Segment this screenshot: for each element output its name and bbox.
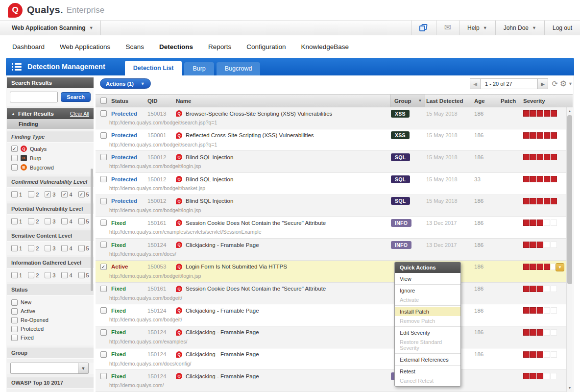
checkbox-level-3[interactable]: [45, 218, 51, 224]
col-severity[interactable]: Severity: [522, 98, 566, 104]
row-name[interactable]: Clickjacking - Framable Page: [186, 373, 259, 379]
col-patch[interactable]: Patch: [500, 98, 522, 104]
app-selector[interactable]: Web Application Scanning ▼: [0, 21, 101, 35]
select-all-checkbox[interactable]: [100, 98, 107, 104]
prev-page-button[interactable]: ◀: [470, 78, 481, 89]
apps-switcher-button[interactable]: [411, 21, 436, 35]
actions-button[interactable]: Actions (1) ▼: [100, 78, 151, 89]
table-row[interactable]: Protected150012QBlind SQL InjectionSQL15…: [96, 173, 566, 195]
col-last-detected[interactable]: Last Detected: [425, 98, 473, 104]
table-row[interactable]: Protected150012QBlind SQL InjectionSQL15…: [96, 195, 566, 217]
menu-item-install-patch[interactable]: Install Patch: [395, 307, 460, 316]
row-checkbox[interactable]: [100, 351, 107, 358]
row-checkbox[interactable]: [100, 110, 107, 117]
checkbox-burp[interactable]: [11, 155, 18, 161]
checkbox-level-1[interactable]: [11, 245, 18, 251]
checkbox-level-5[interactable]: [78, 191, 85, 197]
menu-item-view[interactable]: View: [395, 274, 460, 283]
checkbox-fixed[interactable]: [11, 335, 18, 341]
row-name[interactable]: Reflected Cross-Site Scripting (XSS) Vul…: [186, 132, 314, 138]
col-name[interactable]: Name: [175, 98, 390, 104]
table-scrollbar[interactable]: ▲ ▼: [566, 107, 573, 392]
col-qid[interactable]: QID: [146, 98, 175, 104]
table-row[interactable]: Protected150012QBlind SQL InjectionSQL15…: [96, 151, 566, 173]
checkbox-level-2[interactable]: [28, 191, 34, 197]
row-name[interactable]: Blind SQL Injection: [186, 154, 233, 160]
row-name[interactable]: Session Cookie Does Not Contain the "Sec…: [186, 286, 326, 292]
scroll-up-icon[interactable]: ▲: [567, 107, 573, 114]
group-select[interactable]: ▼: [10, 363, 89, 374]
col-status[interactable]: Status: [110, 98, 146, 104]
help-menu[interactable]: Help ▼: [459, 21, 495, 35]
checkbox-level-1[interactable]: [11, 191, 18, 197]
messages-button[interactable]: ✉: [436, 21, 459, 35]
table-row[interactable]: Fixed150124QClickjacking - Framable Page…: [96, 239, 566, 261]
checkbox-level-3[interactable]: [45, 245, 51, 251]
checkbox-qualys[interactable]: [11, 146, 18, 152]
checkbox-level-1[interactable]: [11, 218, 18, 224]
checkbox-new[interactable]: [11, 299, 18, 306]
nav-item-dashboard[interactable]: Dashboard: [12, 43, 45, 50]
checkbox-re-opened[interactable]: [11, 317, 18, 323]
row-checkbox[interactable]: [100, 307, 107, 314]
row-checkbox[interactable]: [100, 154, 107, 160]
row-name[interactable]: Clickjacking - Framable Page: [186, 329, 259, 335]
menu-item-retest[interactable]: Retest: [395, 367, 460, 376]
table-row[interactable]: Fixed150161QSession Cookie Does Not Cont…: [96, 283, 566, 305]
row-name[interactable]: Clickjacking - Framable Page: [186, 242, 259, 248]
nav-item-detections[interactable]: Detections: [159, 43, 193, 50]
row-name[interactable]: Browser-Specific Cross-Site Scripting (X…: [186, 111, 332, 117]
row-checkbox[interactable]: [100, 264, 107, 270]
row-checkbox[interactable]: [100, 329, 107, 336]
scrollbar-thumb[interactable]: [567, 115, 572, 284]
refresh-icon[interactable]: ⟳: [552, 79, 558, 89]
row-checkbox[interactable]: [100, 176, 107, 182]
nav-item-reports[interactable]: Reports: [208, 43, 231, 50]
gear-icon[interactable]: ⚙: [560, 79, 567, 89]
nav-item-configuration[interactable]: Configuration: [246, 43, 286, 50]
nav-item-scans[interactable]: Scans: [125, 43, 144, 50]
tab-detection-list[interactable]: Detection List: [125, 61, 182, 75]
checkbox-level-3[interactable]: [45, 191, 51, 197]
clear-all-link[interactable]: Clear All: [70, 111, 89, 117]
checkbox-level-5[interactable]: [78, 218, 85, 224]
checkbox-level-4[interactable]: [61, 272, 68, 278]
checkbox-level-2[interactable]: [28, 218, 34, 224]
row-name[interactable]: Blind SQL Injection: [186, 176, 233, 182]
table-row[interactable]: Fixed150124QClickjacking - Framable Page…: [96, 348, 566, 370]
checkbox-level-5[interactable]: [78, 245, 85, 251]
checkbox-level-1[interactable]: [11, 272, 18, 278]
row-name[interactable]: Clickjacking - Framable Page: [186, 308, 259, 314]
table-row[interactable]: Fixed150124QClickjacking - Framable Page…: [96, 326, 566, 348]
checkbox-protected[interactable]: [11, 326, 18, 332]
col-group[interactable]: Group▼: [390, 95, 425, 107]
row-checkbox[interactable]: [100, 220, 107, 226]
col-age[interactable]: Age: [473, 98, 500, 104]
table-row[interactable]: Fixed150124QClickjacking - Framable Page…: [96, 370, 566, 392]
finding-section-header[interactable]: Finding: [7, 119, 94, 129]
checkbox-level-4[interactable]: [61, 245, 68, 251]
row-checkbox[interactable]: [100, 198, 107, 204]
checkbox-level-4[interactable]: [61, 191, 68, 197]
row-checkbox[interactable]: [100, 373, 107, 379]
table-row[interactable]: Active150053QLogin Form Is Not Submitted…: [96, 261, 566, 283]
table-row[interactable]: Fixed150161QSession Cookie Does Not Cont…: [96, 217, 566, 239]
menu-item-external-references[interactable]: External References: [395, 355, 460, 364]
chevron-down-icon[interactable]: ▼: [568, 79, 573, 89]
checkbox-level-5[interactable]: [78, 272, 85, 278]
filter-results-header[interactable]: ▲ Filter Results Clear All: [7, 108, 94, 119]
scroll-down-icon[interactable]: ▼: [567, 384, 573, 391]
row-name[interactable]: Clickjacking - Framable Page: [186, 351, 259, 357]
row-checkbox[interactable]: [100, 242, 107, 248]
search-button[interactable]: Search: [61, 92, 91, 102]
nav-item-knowledgebase[interactable]: KnowledgeBase: [301, 43, 349, 50]
sidebar-scrollbar-thumb[interactable]: [91, 169, 93, 291]
tab-bugcrowd[interactable]: Bugcrowd: [217, 62, 261, 75]
row-name[interactable]: Session Cookie Does Not Contain the "Sec…: [186, 220, 326, 226]
checkbox-level-2[interactable]: [28, 272, 34, 278]
next-page-button[interactable]: ▶: [537, 78, 548, 89]
row-quick-actions-button[interactable]: ▼: [556, 263, 564, 271]
row-checkbox[interactable]: [100, 132, 107, 139]
checkbox-bugcrowd[interactable]: [11, 164, 18, 171]
table-row[interactable]: Protected150013QBrowser-Specific Cross-S…: [96, 107, 566, 129]
